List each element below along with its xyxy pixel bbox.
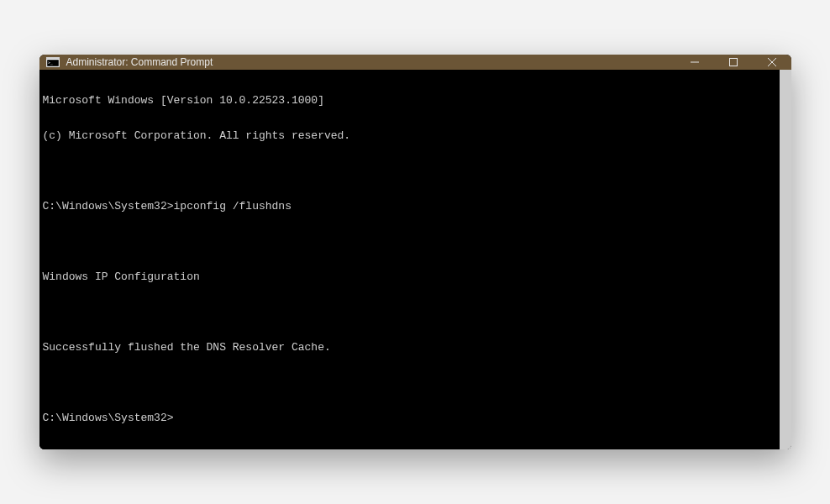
terminal-line: Windows IP Configuration [43,271,776,283]
titlebar[interactable]: >_ Administrator: Command Prompt [39,55,791,70]
vertical-scrollbar[interactable] [780,70,791,449]
terminal-line: C:\Windows\System32>ipconfig /flushdns [43,201,776,213]
terminal-line [43,307,776,318]
terminal-line [43,377,776,389]
svg-rect-1 [46,57,60,59]
window-title: Administrator: Command Prompt [66,56,213,68]
terminal-area: Microsoft Windows [Version 10.0.22523.10… [39,70,791,449]
terminal-line: C:\Windows\System32> [43,412,776,424]
window-controls [675,55,791,70]
close-icon [768,58,776,66]
maximize-button[interactable] [714,55,753,70]
command-prompt-icon: >_ [46,56,60,68]
terminal-line: Successfully flushed the DNS Resolver Ca… [43,342,776,354]
terminal-line: (c) Microsoft Corporation. All rights re… [43,130,776,142]
scrollbar-thumb[interactable] [780,70,791,449]
terminal-output[interactable]: Microsoft Windows [Version 10.0.22523.10… [39,70,780,449]
terminal-line [43,236,776,248]
svg-rect-5 [729,59,737,66]
close-button[interactable] [753,55,791,70]
minimize-button[interactable] [675,55,714,70]
terminal-line [43,165,776,177]
minimize-icon [691,58,699,66]
maximize-icon [729,58,738,66]
terminal-line: Microsoft Windows [Version 10.0.22523.10… [43,95,776,107]
command-prompt-window: >_ Administrator: Command Prompt [39,55,791,449]
